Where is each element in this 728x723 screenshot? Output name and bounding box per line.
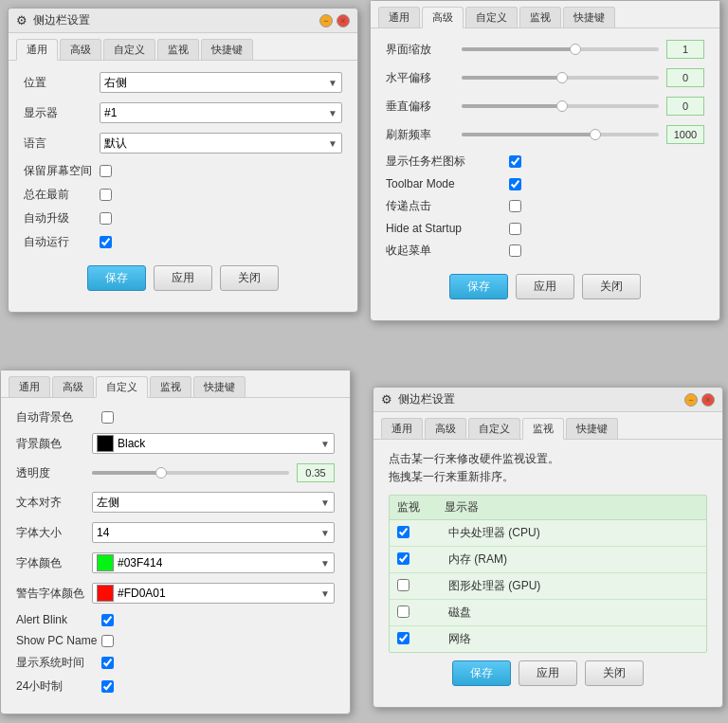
window-controls: − ×	[319, 14, 350, 27]
auto-upgrade-checkbox[interactable]	[100, 212, 112, 225]
auto-bg-checkbox[interactable]	[101, 411, 114, 424]
panel4-close-button[interactable]: 关闭	[585, 660, 644, 686]
v-offset-slider[interactable]	[462, 104, 659, 108]
toolbar-mode-checkbox[interactable]	[509, 178, 521, 190]
monitor-row-cpu[interactable]: 中央处理器 (CPU)	[390, 520, 706, 547]
tab-custom[interactable]: 自定义	[103, 39, 155, 60]
bg-color-dropdown[interactable]: Black ▼	[92, 433, 335, 454]
p2-tab-custom[interactable]: 自定义	[465, 7, 518, 27]
panel3-body: 自动背景色 背景颜色 Black ▼ 透明度 0.35 文	[1, 398, 350, 714]
show-time-checkbox[interactable]	[101, 657, 114, 669]
reserve-screen-label: 保留屏幕空间	[24, 163, 100, 179]
panel2-body: 界面缩放 1 水平偏移 0 垂直偏移	[371, 28, 719, 320]
position-arrow: ▼	[328, 78, 337, 88]
auto-upgrade-row: 自动升级	[24, 210, 342, 226]
time-24h-label: 24小时制	[16, 678, 101, 695]
show-pc-checkbox[interactable]	[101, 635, 114, 647]
font-size-dropdown[interactable]: 14 ▼	[92, 522, 335, 543]
p3-tab-custom[interactable]: 自定义	[96, 376, 148, 398]
alert-color-dropdown[interactable]: #FD0A01 ▼	[92, 583, 335, 604]
p2-tab-monitor[interactable]: 监视	[519, 7, 561, 27]
show-taskbar-checkbox[interactable]	[509, 155, 521, 168]
pass-click-row: 传递点击	[386, 198, 704, 214]
panel4-save-button[interactable]: 保存	[452, 660, 511, 686]
panel4-description1: 点击某一行来修改硬件监视设置。	[389, 451, 707, 467]
reserve-screen-checkbox[interactable]	[100, 165, 112, 177]
language-dropdown[interactable]: 默认 ▼	[100, 133, 342, 154]
hide-startup-checkbox[interactable]	[509, 223, 521, 235]
p4-tab-general[interactable]: 通用	[381, 418, 423, 439]
v-offset-slider-container: 0	[462, 97, 704, 116]
monitor-cpu-label: 中央处理器 (CPU)	[448, 525, 540, 541]
p4-tab-shortcut[interactable]: 快捷键	[566, 418, 618, 439]
monitor-label: 显示器	[24, 105, 100, 121]
zoom-slider[interactable]	[462, 47, 659, 51]
p2-tab-general[interactable]: 通用	[378, 7, 420, 27]
monitor-cpu-check-container	[397, 526, 445, 541]
h-offset-value: 0	[666, 68, 704, 87]
p3-tab-advanced[interactable]: 高级	[52, 376, 94, 397]
p4-tab-monitor[interactable]: 监视	[522, 418, 564, 440]
monitor-table-header: 监视 显示器	[390, 496, 706, 520]
auto-run-checkbox[interactable]	[100, 236, 112, 248]
p3-tab-shortcut[interactable]: 快捷键	[193, 376, 246, 397]
bg-color-value: Black	[118, 437, 145, 450]
position-dropdown[interactable]: 右侧 ▼	[100, 72, 342, 93]
transparency-slider[interactable]	[92, 471, 289, 475]
monitor-row-network[interactable]: 网络	[390, 626, 706, 652]
refresh-slider-container: 1000	[462, 125, 704, 144]
refresh-slider[interactable]	[462, 133, 659, 136]
panel1-close-button[interactable]: 关闭	[220, 265, 279, 291]
font-color-dropdown[interactable]: #03F414 ▼	[92, 552, 335, 573]
position-row: 位置 右侧 ▼	[24, 72, 342, 93]
close-button[interactable]: ×	[337, 14, 350, 27]
time-24h-checkbox[interactable]	[101, 680, 114, 693]
v-offset-row: 垂直偏移 0	[386, 97, 704, 116]
panel4-apply-button[interactable]: 应用	[519, 660, 577, 686]
panel4-minimize-button[interactable]: −	[684, 393, 698, 407]
always-top-label: 总在最前	[24, 187, 100, 203]
font-color-value: #03F414	[118, 556, 162, 569]
p2-tab-advanced[interactable]: 高级	[422, 7, 464, 28]
p3-tab-general[interactable]: 通用	[9, 376, 50, 397]
monitor-disk-checkbox[interactable]	[397, 606, 410, 618]
panel4-titlebar: ⚙ 侧边栏设置 − ×	[373, 388, 722, 412]
monitor-cpu-checkbox[interactable]	[397, 526, 410, 538]
monitor-row-ram[interactable]: 内存 (RAM)	[390, 547, 706, 573]
panel2-close-button[interactable]: 关闭	[582, 274, 641, 299]
monitor-row-disk[interactable]: 磁盘	[390, 600, 706, 626]
p4-tab-custom[interactable]: 自定义	[468, 418, 520, 439]
panel1-apply-button[interactable]: 应用	[154, 265, 212, 291]
refresh-value: 1000	[666, 125, 704, 144]
monitor-ram-checkbox[interactable]	[397, 552, 410, 565]
tab-advanced[interactable]: 高级	[60, 39, 101, 60]
panel1-save-button[interactable]: 保存	[87, 265, 146, 291]
zoom-label: 界面缩放	[386, 42, 462, 58]
p4-tab-advanced[interactable]: 高级	[425, 418, 466, 439]
panel4-buttons: 保存 应用 关闭	[389, 653, 707, 696]
panel2-apply-button[interactable]: 应用	[516, 274, 574, 299]
zoom-slider-container: 1	[462, 40, 704, 59]
collapse-menu-checkbox[interactable]	[509, 244, 521, 257]
tab-shortcut[interactable]: 快捷键	[201, 39, 253, 60]
panel1-body: 位置 右侧 ▼ 显示器 #1 ▼ 语言 默认 ▼ 保留屏幕空间 总在最前	[9, 61, 357, 312]
always-top-checkbox[interactable]	[100, 189, 112, 201]
language-row: 语言 默认 ▼	[24, 133, 342, 154]
minimize-button[interactable]: −	[319, 14, 333, 27]
p3-tab-monitor[interactable]: 监视	[150, 376, 191, 397]
monitor-dropdown[interactable]: #1 ▼	[100, 102, 342, 123]
text-align-dropdown[interactable]: 左侧 ▼	[92, 492, 335, 513]
panel-monitor: ⚙ 侧边栏设置 − × 通用 高级 自定义 监视 快捷键 点击某一行来修改硬件监…	[373, 387, 723, 708]
monitor-gpu-checkbox[interactable]	[397, 579, 410, 591]
panel2-save-button[interactable]: 保存	[449, 274, 508, 299]
monitor-row-gpu[interactable]: 图形处理器 (GPU)	[390, 573, 706, 600]
h-offset-slider[interactable]	[462, 76, 659, 80]
p2-tab-shortcut[interactable]: 快捷键	[563, 7, 615, 27]
pass-click-checkbox[interactable]	[509, 200, 521, 212]
monitor-network-checkbox[interactable]	[397, 632, 410, 644]
hide-startup-row: Hide at Startup	[386, 222, 704, 235]
tab-general[interactable]: 通用	[16, 39, 58, 61]
panel4-close-button[interactable]: ×	[701, 393, 715, 407]
alert-blink-checkbox[interactable]	[101, 614, 114, 626]
tab-monitor[interactable]: 监视	[157, 39, 199, 60]
